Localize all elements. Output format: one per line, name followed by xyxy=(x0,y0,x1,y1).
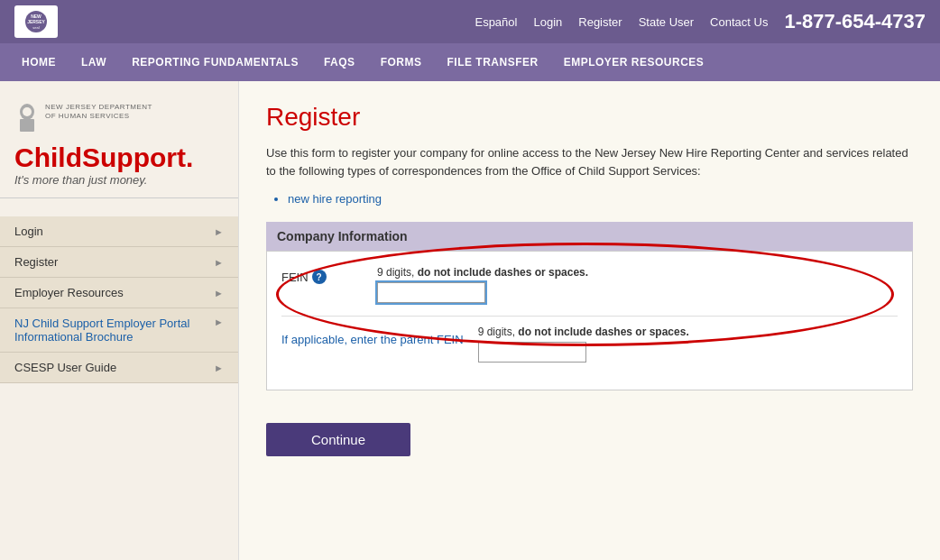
parent-fein-field-area: 9 digits, do not include dashes or space… xyxy=(478,326,898,363)
fein-hint-bold: do not include dashes or spaces. xyxy=(418,266,588,279)
parent-fein-row: If applicable, enter the parent FEIN 9 d… xyxy=(281,326,898,363)
phone-number: 1-877-654-4737 xyxy=(784,10,926,33)
parent-fein-hint-bold: do not include dashes or spaces. xyxy=(518,326,688,338)
sidebar: NEW JERSEY DEPARTMENT OF HUMAN SERVICES … xyxy=(0,81,239,560)
sidebar-item-register[interactable]: Register ► xyxy=(0,247,238,278)
chevron-right-icon: ► xyxy=(214,288,224,298)
top-bar: NEW JERSEY seal Español Login Register S… xyxy=(0,0,940,43)
sidebar-item-login-label: Login xyxy=(14,225,43,238)
fein-label: FEIN ? xyxy=(281,266,363,284)
login-link[interactable]: Login xyxy=(533,15,562,29)
fein-hint-text: 9 digits, xyxy=(377,266,414,279)
chevron-right-icon: ► xyxy=(214,317,224,327)
brand-prefix: Child xyxy=(14,142,82,172)
nav-forms[interactable]: FORMS xyxy=(368,43,435,81)
dept-icon xyxy=(14,103,40,137)
svg-rect-6 xyxy=(20,119,34,132)
dept-line1: NEW JERSEY DEPARTMENT xyxy=(45,103,152,112)
chevron-right-icon: ► xyxy=(214,257,224,268)
dept-line2: OF HUMAN SERVICES xyxy=(45,112,152,121)
fein-input[interactable] xyxy=(377,282,485,303)
chevron-right-icon: ► xyxy=(214,226,224,237)
parent-fein-label: If applicable, enter the parent FEIN xyxy=(281,326,464,346)
parent-fein-hint: 9 digits, do not include dashes or space… xyxy=(478,326,898,338)
main-layout: NEW JERSEY DEPARTMENT OF HUMAN SERVICES … xyxy=(0,81,940,560)
main-nav: HOME LAW REPORTING FUNDAMENTALS FAQS FOR… xyxy=(0,43,940,81)
content-area: Register Use this form to register your … xyxy=(239,81,940,560)
sidebar-nav: Login ► Register ► Employer Resources ► … xyxy=(0,216,238,383)
sidebar-item-user-guide-label: CSESP User Guide xyxy=(14,361,116,374)
form-divider xyxy=(281,316,898,317)
sidebar-item-employer-resources[interactable]: Employer Resources ► xyxy=(0,278,238,308)
nav-home[interactable]: HOME xyxy=(9,43,69,81)
fein-hint: 9 digits, do not include dashes or space… xyxy=(377,266,898,279)
sidebar-logo-area: NEW JERSEY DEPARTMENT OF HUMAN SERVICES … xyxy=(0,96,238,198)
logo-area: NEW JERSEY seal xyxy=(14,5,58,38)
svg-text:JERSEY: JERSEY xyxy=(27,19,45,24)
parent-fein-input[interactable] xyxy=(478,342,586,363)
nav-law[interactable]: LAW xyxy=(69,43,119,81)
fein-field-area: 9 digits, do not include dashes or space… xyxy=(377,266,898,303)
sidebar-item-brochure[interactable]: NJ Child Support Employer Portal Informa… xyxy=(0,308,238,353)
nj-logo: NEW JERSEY seal xyxy=(14,5,58,38)
dept-header: NEW JERSEY DEPARTMENT OF HUMAN SERVICES xyxy=(14,103,224,137)
nav-reporting[interactable]: REPORTING FUNDAMENTALS xyxy=(119,43,311,81)
parent-fein-label-text: If applicable, enter the parent FEIN xyxy=(281,329,464,346)
contact-us-link[interactable]: Contact Us xyxy=(710,15,768,29)
sidebar-item-brochure-label: NJ Child Support Employer Portal Informa… xyxy=(14,317,214,344)
fein-row: FEIN ? 9 digits, do not include dashes o… xyxy=(281,266,898,303)
bullet-list: new hire reporting xyxy=(288,192,913,206)
intro-text: Use this form to register your company f… xyxy=(266,144,913,179)
register-link[interactable]: Register xyxy=(578,15,622,29)
sidebar-item-login[interactable]: Login ► xyxy=(0,216,238,247)
nav-faqs[interactable]: FAQS xyxy=(311,43,368,81)
sidebar-item-employer-resources-label: Employer Resources xyxy=(14,286,124,299)
brand-title: ChildSupport. xyxy=(14,144,224,171)
state-user-link[interactable]: State User xyxy=(639,15,694,29)
svg-point-7 xyxy=(23,107,32,116)
espanol-link[interactable]: Español xyxy=(475,15,517,29)
brand-suffix: Support. xyxy=(82,142,193,172)
parent-fein-hint-text: 9 digits, xyxy=(478,326,515,338)
continue-button[interactable]: Continue xyxy=(266,423,410,456)
nav-employer-resources[interactable]: EMPLOYER RESOURCES xyxy=(551,43,717,81)
fein-label-text: FEIN xyxy=(281,271,309,284)
sidebar-item-user-guide[interactable]: CSESP User Guide ► xyxy=(0,353,238,383)
page-title: Register xyxy=(266,103,913,132)
sidebar-item-register-label: Register xyxy=(14,255,58,269)
form-section: FEIN ? 9 digits, do not include dashes o… xyxy=(266,251,913,390)
bullet-item-new-hire: new hire reporting xyxy=(288,192,913,206)
nav-file-transfer[interactable]: FILE TRANSFER xyxy=(434,43,550,81)
svg-text:seal: seal xyxy=(32,25,39,30)
chevron-right-icon: ► xyxy=(214,363,224,373)
brand-tagline: It's more than just money. xyxy=(14,173,224,187)
fein-help-icon[interactable]: ? xyxy=(312,270,327,284)
section-header: Company Information xyxy=(266,222,913,251)
